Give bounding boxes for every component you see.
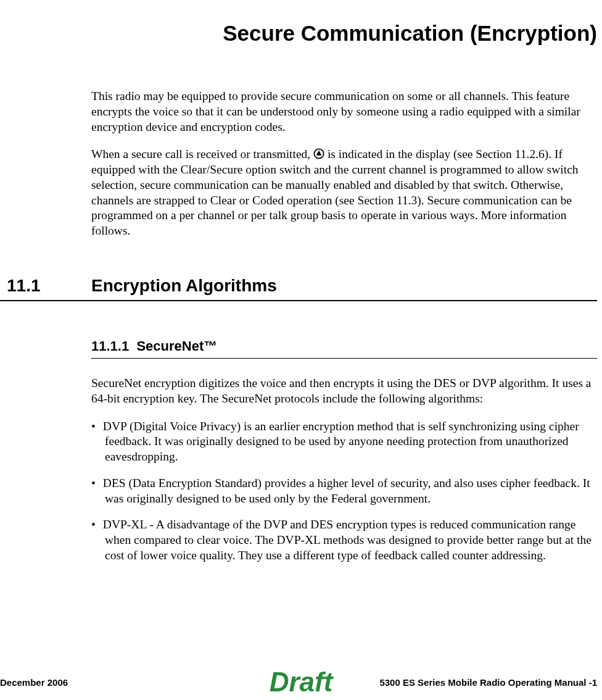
subsection-intro: SecureNet encryption digitizes the voice… (91, 376, 597, 407)
footer-manual-title: 5300 ES Series Mobile Radio Operating Ma… (379, 677, 597, 688)
subsection-number: 11.1.1 (91, 338, 129, 354)
intro-paragraph-2: When a secure call is received or transm… (91, 147, 597, 239)
intro-paragraph-1: This radio may be equipped to provide se… (91, 89, 597, 135)
intro-p2-pre: When a secure call is received or transm… (91, 148, 313, 160)
secure-mode-icon (313, 148, 324, 159)
list-item: DVP (Digital Voice Privacy) is an earlie… (91, 419, 597, 465)
list-item: DES (Data Encryption Standard) provides … (91, 476, 597, 507)
subsection-rule (91, 358, 597, 359)
bullet-list: DVP (Digital Voice Privacy) is an earlie… (91, 419, 597, 564)
footer-date: December 2006 (0, 677, 68, 688)
intro-p2-post: is indicated in the display (see Section… (91, 148, 579, 237)
page-footer: December 2006 5300 ES Series Mobile Radi… (0, 677, 597, 688)
page-title: Secure Communication (Encryption) (91, 21, 597, 46)
subsection-title: SecureNet™ (136, 338, 217, 354)
list-item: DVP-XL - A disadvantage of the DVP and D… (91, 517, 597, 563)
section-heading-row: 11.1 Encryption Algorithms (91, 276, 597, 296)
section-number: 11.1 (0, 276, 91, 296)
subsection-heading: 11.1.1 SecureNet™ (91, 338, 597, 354)
section-title: Encryption Algorithms (91, 276, 277, 296)
